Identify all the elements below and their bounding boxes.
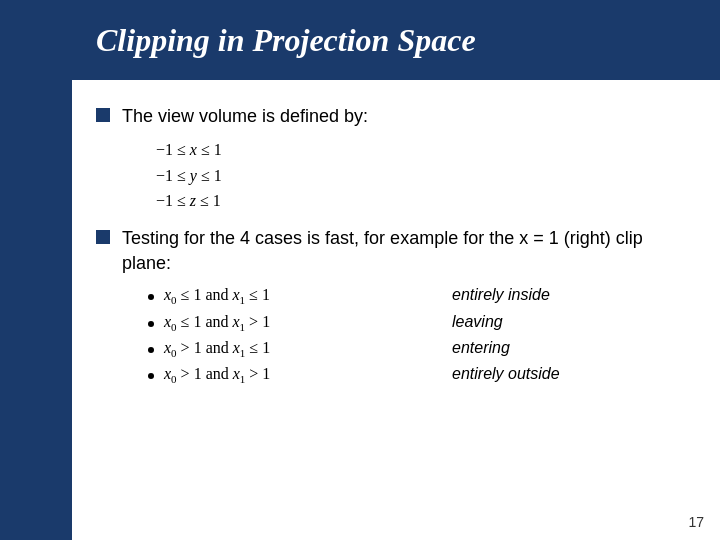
bullet-1-text: The view volume is defined by: xyxy=(122,104,368,129)
math-line-3: −1 ≤ z ≤ 1 xyxy=(156,188,688,214)
sub-bullet-dot-3 xyxy=(148,347,154,353)
sub-bullet-1-math: x0 ≤ 1 and x1 ≤ 1 xyxy=(164,286,444,306)
sub-bullet-2-label: leaving xyxy=(452,313,503,331)
math-constraints: −1 ≤ x ≤ 1 −1 ≤ y ≤ 1 −1 ≤ z ≤ 1 xyxy=(156,137,688,214)
sidebar-strip xyxy=(0,0,72,540)
sub-bullet-dot-1 xyxy=(148,294,154,300)
list-item: x0 ≤ 1 and x1 > 1 leaving xyxy=(148,313,688,333)
bullet-2-text: Testing for the 4 cases is fast, for exa… xyxy=(122,228,643,273)
sub-bullet-3-math: x0 > 1 and x1 ≤ 1 xyxy=(164,339,444,359)
bullet-square-1 xyxy=(96,108,110,122)
slide-title: Clipping in Projection Space xyxy=(96,22,476,59)
sub-bullet-3-label: entering xyxy=(452,339,510,357)
header-bar: Clipping in Projection Space xyxy=(72,0,720,80)
list-item: x0 > 1 and x1 ≤ 1 entering xyxy=(148,339,688,359)
page-number: 17 xyxy=(688,514,704,530)
list-item: x0 ≤ 1 and x1 ≤ 1 entirely inside xyxy=(148,286,688,306)
sub-bullets-list: x0 ≤ 1 and x1 ≤ 1 entirely inside x0 ≤ 1… xyxy=(148,286,688,385)
list-item: x0 > 1 and x1 > 1 entirely outside xyxy=(148,365,688,385)
sub-bullet-4-label: entirely outside xyxy=(452,365,560,383)
math-line-2: −1 ≤ y ≤ 1 xyxy=(156,163,688,189)
slide-content: The view volume is defined by: −1 ≤ x ≤ … xyxy=(72,80,720,540)
bullet-1: The view volume is defined by: xyxy=(96,104,688,129)
bullet-square-2 xyxy=(96,230,110,244)
sub-bullet-2-content: x0 ≤ 1 and x1 > 1 leaving xyxy=(164,313,688,333)
sub-bullet-4-content: x0 > 1 and x1 > 1 entirely outside xyxy=(164,365,688,385)
math-line-1: −1 ≤ x ≤ 1 xyxy=(156,137,688,163)
bullet-2: Testing for the 4 cases is fast, for exa… xyxy=(96,226,688,391)
sub-bullet-1-label: entirely inside xyxy=(452,286,550,304)
sub-bullet-4-math: x0 > 1 and x1 > 1 xyxy=(164,365,444,385)
sub-bullet-dot-2 xyxy=(148,321,154,327)
sub-bullet-3-content: x0 > 1 and x1 ≤ 1 entering xyxy=(164,339,688,359)
slide: Clipping in Projection Space The view vo… xyxy=(0,0,720,540)
sub-bullet-1-content: x0 ≤ 1 and x1 ≤ 1 entirely inside xyxy=(164,286,688,306)
sub-bullet-dot-4 xyxy=(148,373,154,379)
sub-bullet-2-math: x0 ≤ 1 and x1 > 1 xyxy=(164,313,444,333)
